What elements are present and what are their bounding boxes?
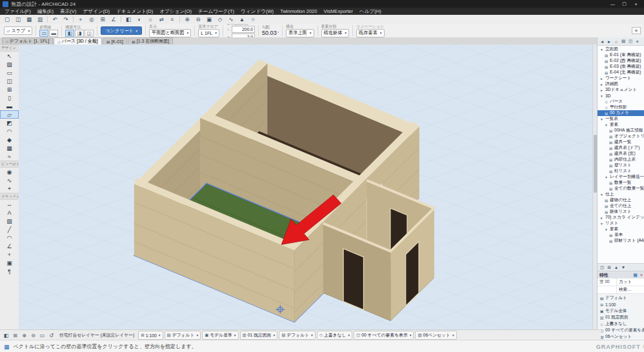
pen-set-select[interactable]: ▥ 01 既定図面 — [240, 331, 278, 340]
navigator-item[interactable]: ▸ 詳細図 — [598, 81, 644, 87]
layout-book-icon[interactable]: ◫ — [627, 38, 634, 44]
tab-section[interactable]: ▤ [1.3 右側断面図] — [128, 37, 173, 44]
new-viewpoint-icon[interactable]: ⊞ — [606, 264, 612, 271]
open-project-icon[interactable]: ◫ — [13, 15, 23, 23]
grid-snap-icon[interactable]: ⊞ — [97, 15, 108, 23]
composite-select[interactable]: コンクリート — [101, 26, 142, 35]
navigator-item[interactable]: ▤ 建具表 (窓) — [598, 151, 644, 157]
nav-back-icon[interactable]: ◄ — [599, 38, 605, 44]
navigator-item[interactable]: ▸ ワークシート — [598, 75, 644, 81]
quick-setting-row[interactable]: ▤ デフォルト — [598, 295, 644, 301]
navigator-item[interactable]: ▤ 建物の仕上 — [598, 197, 644, 203]
zoom-in-icon[interactable]: ⊕ — [182, 15, 192, 23]
override-select[interactable]: ◇ 上書きなし — [317, 331, 352, 340]
tool-default-select[interactable]: ▱ スラブ — [4, 26, 32, 35]
redo-icon[interactable]: ↷ — [61, 15, 71, 23]
navigator-item[interactable]: ▤ 建具表 (ドア) — [598, 145, 644, 151]
menu-item[interactable]: 表示(V) — [57, 8, 79, 15]
menu-item[interactable]: VisMExporter — [321, 8, 356, 14]
property-value-select[interactable]: カット — [617, 279, 644, 286]
grid-icon[interactable]: ⊞ — [11, 331, 19, 339]
window-tool[interactable]: ⊞ — [0, 85, 19, 93]
save-icon[interactable]: ▦ — [24, 15, 34, 23]
navigator-item[interactable]: ▤ E-03 (南 再構築) — [598, 64, 644, 70]
morph-tool[interactable]: ◆ — [0, 135, 19, 144]
spline-icon[interactable]: ∿ — [226, 15, 236, 23]
quick-setting-row[interactable]: ▥ 01 既定図面 — [598, 314, 644, 320]
quick-layers-icon[interactable]: ◧ — [2, 331, 10, 339]
tab-k01[interactable]: ▤ [K-01] — [103, 37, 127, 44]
navigator-item[interactable]: ▾ 要素 — [598, 226, 644, 232]
viewpoint-marker-tool[interactable]: ⌖ — [0, 184, 19, 193]
navigator-item[interactable]: ▤ E-01 (東 再構築) — [598, 52, 644, 58]
polyline-tool[interactable]: ∠ — [0, 242, 19, 250]
menu-item[interactable]: ドキュメント(D) — [113, 8, 156, 15]
layer-combination-select[interactable]: ▤ デフォルト — [165, 331, 201, 340]
menu-item[interactable]: ヘルプ(H) — [356, 8, 385, 15]
navigator-item[interactable]: ▤ 柱リスト — [598, 168, 644, 174]
navigator-item[interactable]: ▤ 内部仕上表 — [598, 157, 644, 162]
menu-item[interactable]: ウィンドウ(W) — [237, 8, 277, 15]
navigator-item[interactable]: ▾ 仕上 — [598, 191, 644, 197]
scale-select[interactable]: ⊞ 1:100 — [138, 331, 163, 340]
toolbox-item[interactable]: デザイン — [0, 44, 19, 52]
navigator-item[interactable]: ▸ 3Dドキュメント — [598, 87, 644, 93]
label-tool[interactable]: ¶ — [0, 267, 19, 275]
door-tool[interactable]: ◫ — [0, 77, 19, 85]
quick-setting-row[interactable]: ⊞ 1:100 — [598, 301, 644, 308]
toolbar-icon[interactable] — [121, 16, 121, 23]
navigator-item[interactable]: ▤ 数量一覧 — [598, 180, 644, 186]
slab-tool[interactable]: ▱ — [0, 110, 19, 119]
marquee-tool[interactable]: ▨ — [0, 60, 19, 68]
navigator-item[interactable]: ◇ パース — [598, 99, 644, 104]
new-project-icon[interactable]: ▢ — [2, 15, 12, 23]
home-story-select[interactable]: L 1FL — [198, 29, 219, 37]
menu-item[interactable]: 編集(E) — [34, 8, 57, 15]
navigator-item[interactable]: ▤ 00HA 施工情報 — [598, 128, 644, 133]
zoom-out-icon[interactable]: ⊖ — [29, 331, 37, 339]
navigator-item[interactable]: ▸ 70) スカラ インデックス — [598, 215, 644, 220]
column-tool[interactable]: ▯ — [0, 93, 19, 102]
navigator-item[interactable]: ▾ 一覧表 — [598, 116, 644, 122]
maximize-button[interactable]: ▢ — [619, 1, 630, 8]
quick-setting-row[interactable]: ▣ モデル全体 — [598, 308, 644, 314]
toolbar-icon[interactable] — [47, 16, 48, 23]
move-up-icon[interactable]: ▲ — [613, 264, 619, 271]
navigator-item[interactable]: ▤ 部材リスト (A4縦) — [598, 238, 644, 244]
circle-icon[interactable]: ○ — [248, 15, 258, 23]
toolbar-icon[interactable] — [179, 16, 180, 23]
property-search-input[interactable]: 検索… — [617, 286, 644, 293]
minimize-button[interactable]: — — [607, 1, 618, 8]
mesh-tool[interactable]: ≈ — [0, 152, 19, 161]
layers-icon[interactable]: ◧ — [123, 15, 134, 23]
height-top-input[interactable]: 200.0 — [232, 26, 255, 33]
quick-setting-row[interactable]: ◫ 00 すべての要素を表示 — [598, 327, 644, 333]
navigator-item[interactable]: ▾ レイヤー別構造一覧 — [598, 174, 644, 180]
wall-tool[interactable]: ▭ — [0, 68, 19, 77]
navigator-item[interactable]: ▤ 全ての仕上 — [598, 203, 644, 209]
organizer-icon[interactable]: ≡ — [634, 38, 641, 44]
text-tool[interactable]: A — [0, 208, 19, 217]
model-view-select[interactable]: ▤ デフォルト — [279, 331, 316, 340]
structure-display-select[interactable]: ▣ モデル基準 — [202, 331, 238, 340]
nav-forward-icon[interactable]: ► — [606, 38, 612, 44]
method-1-button[interactable]: ◧ — [65, 30, 74, 37]
undo-icon[interactable]: ↶ — [50, 15, 60, 23]
dimension-style-select[interactable]: ▨ 06ペンセット — [415, 331, 456, 340]
navigator-item[interactable]: ▤ 建具一覧 — [598, 139, 644, 145]
tree-elevations[interactable]: ▾ 立面図 — [598, 46, 644, 52]
zoom-in-icon[interactable]: ⊕ — [20, 331, 28, 339]
shading-icon[interactable]: ◐ — [134, 15, 145, 23]
toolbox-item[interactable]: ドキュメント — [0, 193, 19, 200]
menu-item[interactable]: チームワーク(T) — [195, 8, 237, 15]
fit-in-window-icon[interactable]: ▣ — [204, 15, 214, 23]
close-panel-icon[interactable]: × — [640, 273, 643, 277]
navigator-item[interactable]: ▤ 壁リスト — [598, 162, 644, 168]
close-button[interactable]: × — [630, 1, 641, 8]
project-root-icon[interactable]: ⌂ — [613, 38, 619, 44]
3d-viewport[interactable] — [19, 44, 592, 329]
camera-tool[interactable]: ◉ — [0, 168, 19, 176]
infobox-menu-button[interactable]: ≡ — [632, 27, 641, 34]
menu-item[interactable]: ファイル(F) — [1, 8, 34, 15]
dimension-tool[interactable]: ↔ — [0, 200, 19, 208]
